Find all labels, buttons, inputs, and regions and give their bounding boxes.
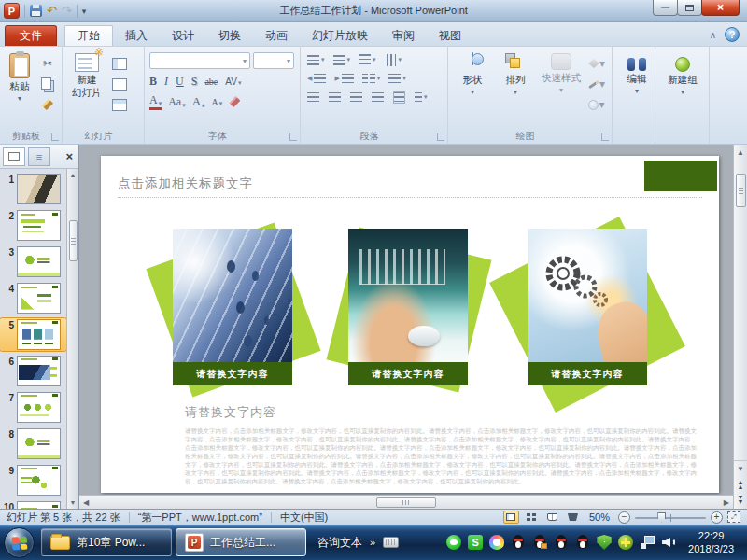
previous-slide-button[interactable]: ▲▲: [738, 477, 744, 492]
scroll-down-icon[interactable]: ▼: [70, 497, 77, 509]
scroll-down-icon[interactable]: ▼: [737, 461, 744, 477]
horizontal-scroll-thumb[interactable]: [376, 497, 436, 508]
undo-icon[interactable]: ↶: [47, 5, 57, 17]
outline-tab[interactable]: ≡: [28, 147, 50, 166]
panel-scroll-thumb[interactable]: [69, 220, 78, 261]
content-card-2[interactable]: 请替换文字内容: [348, 229, 468, 385]
start-button[interactable]: [4, 527, 35, 558]
save-icon[interactable]: [30, 5, 42, 17]
tab-review[interactable]: 审阅: [380, 25, 427, 46]
slides-tab[interactable]: [3, 147, 25, 166]
tab-slideshow[interactable]: 幻灯片放映: [300, 25, 380, 46]
shapes-button[interactable]: 形状 ▾: [451, 50, 494, 129]
tab-design[interactable]: 设计: [160, 25, 206, 46]
taskbar-item-powerpoint[interactable]: P 工作总结工...: [176, 528, 306, 556]
section-button[interactable]: [108, 96, 131, 113]
tab-file[interactable]: 文件: [5, 25, 57, 46]
slide-thumbnail-3[interactable]: 3: [0, 245, 66, 278]
slide-thumbnail-2[interactable]: 2: [0, 209, 66, 242]
line-spacing-button[interactable]: ▾: [357, 53, 378, 67]
format-painter-button[interactable]: [36, 96, 59, 113]
minimize-button[interactable]: —: [653, 0, 678, 16]
slide-thumbnail-9[interactable]: 9: [0, 464, 66, 497]
arrange-button[interactable]: 排列 ▾: [494, 50, 537, 129]
scroll-right-icon[interactable]: ▶: [720, 498, 733, 507]
bold-button[interactable]: B: [149, 75, 157, 89]
card-photo-staircase[interactable]: [173, 229, 292, 362]
slide-canvas[interactable]: 点击添加相关标题文字 请替换文字内容 请替换文字内容: [101, 156, 719, 493]
skin-tray-icon[interactable]: [489, 535, 504, 550]
slide-thumbnail-1[interactable]: 1: [0, 173, 66, 205]
horizontal-scrollbar[interactable]: ◀ ▶: [79, 495, 733, 509]
strikethrough-button[interactable]: abe: [204, 77, 218, 87]
sogou-tray-icon[interactable]: S: [468, 535, 483, 550]
italic-button[interactable]: I: [164, 75, 168, 89]
text-direction-button[interactable]: ▾: [383, 54, 404, 66]
customize-qat-dropdown-icon[interactable]: ▾: [82, 7, 87, 16]
paste-button[interactable]: 粘贴 ▾: [3, 50, 36, 129]
slide-title-placeholder[interactable]: 点击添加相关标题文字: [118, 175, 253, 192]
fit-to-window-button[interactable]: ⤢: [727, 511, 740, 523]
change-case-button[interactable]: Aa▾: [168, 95, 186, 109]
new-slide-button[interactable]: 新建 幻灯片: [65, 50, 108, 129]
scroll-left-icon[interactable]: ◀: [79, 498, 92, 507]
slide-thumbnail-10[interactable]: 10: [0, 500, 66, 509]
cut-button[interactable]: ✂: [36, 55, 59, 72]
zoom-level[interactable]: 50%: [589, 511, 610, 523]
font-color-button[interactable]: A▾: [149, 93, 162, 110]
view-normal-button[interactable]: [503, 511, 519, 524]
antivirus-tray-icon[interactable]: [618, 535, 633, 550]
new-group-button[interactable]: 新建组 ▾: [658, 50, 707, 98]
wechat-tray-icon[interactable]: [446, 535, 461, 550]
slide-thumbnail-6[interactable]: 6: [0, 355, 66, 387]
volume-tray-icon[interactable]: [661, 535, 676, 550]
taskbar-toolbar-label[interactable]: 咨询文本: [317, 535, 362, 551]
tab-home[interactable]: 开始: [64, 25, 113, 46]
card-photo-gears-hand[interactable]: [528, 229, 647, 362]
keyboard-tray-icon[interactable]: [383, 537, 399, 548]
scroll-up-icon[interactable]: ▲: [70, 169, 77, 181]
content-card-1[interactable]: 请替换文字内容: [173, 229, 292, 385]
collapse-ribbon-icon[interactable]: ∧: [710, 30, 716, 40]
network-tray-icon[interactable]: [640, 535, 655, 550]
slide-thumbnail-7[interactable]: 7: [0, 391, 66, 424]
reset-button[interactable]: [108, 76, 131, 92]
clear-formatting-button[interactable]: [229, 96, 240, 107]
scroll-up-icon[interactable]: ▲: [737, 145, 744, 161]
zoom-slider[interactable]: [635, 511, 706, 524]
numbering-button[interactable]: ▾: [331, 54, 353, 66]
close-button[interactable]: ×: [701, 0, 740, 16]
dialog-launcher-icon[interactable]: [437, 133, 444, 141]
card-caption[interactable]: 请替换文字内容: [173, 362, 292, 385]
layout-button[interactable]: [108, 55, 131, 72]
font-size-combo[interactable]: ▾: [253, 52, 294, 69]
font-family-combo[interactable]: ▾: [149, 52, 250, 69]
tray-expand-chevron-icon[interactable]: »: [370, 537, 375, 548]
view-slideshow-button[interactable]: [565, 511, 581, 524]
content-card-3[interactable]: 请替换文字内容: [528, 229, 647, 385]
vertical-scrollbar[interactable]: ▲ ▼ ▲▲ ▼▼: [733, 145, 747, 509]
align-text-button[interactable]: ▾: [387, 73, 408, 85]
dialog-launcher-icon[interactable]: [289, 133, 297, 141]
columns-button[interactable]: ▾: [360, 73, 383, 85]
zoom-out-button[interactable]: −: [618, 511, 630, 524]
shrink-font-button[interactable]: A▾: [212, 97, 223, 107]
slide-thumbnail-5-selected[interactable]: 5: [0, 318, 66, 351]
align-right-button[interactable]: [348, 91, 364, 104]
increase-indent-button[interactable]: ▶: [332, 73, 355, 85]
powerpoint-logo-icon[interactable]: P: [4, 3, 20, 19]
dialog-launcher-icon[interactable]: [51, 133, 59, 141]
align-center-button[interactable]: [327, 91, 343, 104]
tab-animations[interactable]: 动画: [253, 25, 300, 46]
zoom-slider-thumb[interactable]: [657, 512, 666, 523]
qq-tray-icon-3[interactable]: [554, 535, 569, 550]
taskbar-item-folder[interactable]: 第10章 Pow...: [41, 528, 172, 556]
maximize-button[interactable]: [677, 0, 702, 16]
panel-scrollbar[interactable]: ▲ ▼: [66, 169, 78, 509]
body-text[interactable]: 请替换文字内容，点击添加相关标题文字，修改文字内容，也可以直接复制你的内容到此。…: [185, 427, 697, 485]
qq-tray-icon-2[interactable]: [532, 535, 547, 550]
character-spacing-button[interactable]: AV▾: [225, 77, 241, 87]
editing-button[interactable]: 编辑 ▾: [615, 50, 658, 97]
justify-button[interactable]: [370, 91, 386, 104]
body-heading[interactable]: 请替换文字内容: [185, 404, 276, 421]
